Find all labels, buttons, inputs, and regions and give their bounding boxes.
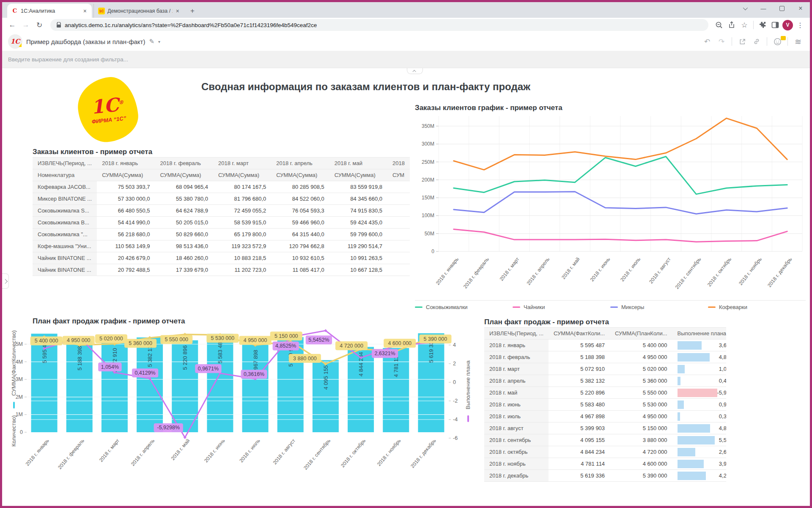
pct-inline-bar [678, 341, 702, 350]
sum-cell [387, 181, 410, 193]
1c-analytics-logo[interactable]: 1С [8, 34, 22, 49]
nomenclature-cell: Чайник BINATONE ... [33, 264, 97, 276]
tab-close-icon[interactable]: × [82, 8, 88, 14]
fact-cell: 5 072 910 [549, 363, 610, 375]
sum-cell: 54 414 990,0 [97, 217, 155, 229]
dashboard-main-title: Сводная информация по заказам клиентов и… [171, 81, 560, 93]
bar-value-label: 4 095 155 [323, 365, 329, 390]
filter-expression-input[interactable] [7, 56, 432, 63]
window-restore-button[interactable] [773, 2, 791, 15]
app-header: 1С Пример дашборда (заказы и план-факт) … [2, 32, 810, 51]
plan-execution-cell: 3,6201% [672, 340, 726, 351]
data-label-text: 5 360 000 [129, 340, 152, 346]
data-label-text: 4 950 000 [244, 337, 267, 343]
fact-cell: 4 095 155 [549, 434, 610, 446]
copy-link-icon[interactable] [751, 38, 763, 45]
forward-icon[interactable]: → [20, 21, 32, 29]
redo-icon[interactable]: ↷ [716, 37, 727, 46]
tab-1c-analytics[interactable]: C 1С:Аналитика × [7, 4, 92, 18]
fact-cell: 5 188 398 [549, 351, 610, 363]
pct-inline-bar [678, 436, 715, 444]
address-bar[interactable]: analytics.demo.1c.ru/analytics/ans?state… [50, 19, 708, 31]
title-dropdown-caret-icon[interactable]: ▾ [158, 39, 160, 44]
side-panel-icon[interactable] [770, 21, 781, 29]
fact-cell: 4 844 234 [549, 446, 610, 458]
browser-menu-dots-icon[interactable]: ⋮ [795, 21, 806, 29]
plan-execution-cell: 4,2548% [672, 470, 726, 482]
x-tick-label: 2018 г. апрель [130, 438, 156, 467]
right-y-tick-label: 0 [453, 379, 456, 385]
reload-icon[interactable]: ↻ [33, 21, 45, 30]
undo-icon[interactable]: ↶ [701, 37, 713, 46]
pct-value: 4,2548% [719, 472, 726, 479]
collapse-filter-pill[interactable] [407, 68, 423, 74]
table-row: 2018 г. август5 399 9035 150 0004,8525% [484, 422, 726, 434]
edit-pencil-icon[interactable]: ✎ [149, 38, 154, 45]
sum-cell: 74 915 830,5 [329, 205, 387, 217]
sum-cell: 119 290 514,7 [329, 240, 387, 252]
orders-line-chart[interactable]: 050M100M150M200M250M300M350M2018 г. янва… [415, 109, 806, 298]
period-cell: 2018 г. август [484, 422, 549, 434]
sum-cell: 110 563 149,9 [97, 240, 155, 252]
plan-cell: 5 020 000 [610, 363, 672, 375]
sum-cell: 18 460 260,0 [155, 252, 213, 264]
sum-cell: 17 339 679,0 [155, 264, 213, 276]
table-header-row: ИЗВЛЕЧЬ(Период, ...2018 г. январь2018 г.… [33, 157, 410, 169]
window-close-button[interactable]: × [791, 2, 810, 15]
waves-menu-icon[interactable]: ≋ [792, 37, 804, 47]
x-tick-label: 2018 г. август [272, 438, 296, 466]
legend-item[interactable]: Миксеры [610, 304, 708, 310]
sum-cell: 81 796 680,0 [213, 193, 271, 205]
plan-execution-cell: 4,8161% [672, 351, 726, 363]
back-icon[interactable]: ← [6, 21, 18, 29]
tab-demo-base[interactable]: 1С Демонстрационная база / 1С:ER × [93, 4, 184, 18]
notification-badge [781, 36, 786, 40]
fact-cell: 5 399 903 [549, 422, 610, 434]
bookmark-star-icon[interactable]: ☆ [739, 21, 750, 30]
sum-cell: 80 174 167,5 [213, 181, 271, 193]
sum-cell [387, 217, 410, 229]
nomenclature-cell: Миксер BINATONE ... [33, 193, 97, 205]
x-tick-label: 2018 г. ноябрь [376, 438, 402, 467]
planfact-bar-chart[interactable]: 01M2M3M4M5M420-2-4-65 595 4875 188 3985 … [2, 326, 463, 491]
pct-value: 3,9373% [719, 461, 726, 467]
app-toolbar: ↶ ↷ ≋ [701, 37, 804, 47]
x-tick-label: 2018 г. декабрь [409, 438, 437, 469]
new-tab-button[interactable]: + [184, 7, 200, 18]
sum-cell [387, 240, 410, 252]
profile-avatar[interactable]: V [782, 20, 793, 30]
x-tick-label: 2018 г. февраль [462, 256, 490, 290]
open-external-icon[interactable] [736, 38, 748, 45]
legend-item[interactable]: Чайники [513, 304, 610, 310]
left-y-tick-label: 4M [16, 359, 23, 365]
zoom-icon[interactable] [713, 21, 724, 29]
bar-value-label: 5 220 896 [182, 345, 188, 370]
period-cell: 2018 г. июль [484, 411, 549, 422]
sum-cell: 56 218 680,0 [97, 229, 155, 240]
plan-cell: 5 400 000 [610, 340, 672, 351]
tab-close-icon[interactable]: × [175, 8, 180, 14]
planfact-table-title: План факт продаж - пример отчета [484, 318, 609, 326]
share-icon[interactable] [726, 21, 737, 29]
window-menu-chevron-icon[interactable] [735, 2, 754, 15]
pct-value: 0,3616% [719, 413, 726, 420]
x-tick-label: 2018 г. апрель [526, 256, 551, 286]
month-header: 2018 г. апрель [271, 157, 329, 169]
window-controls: — × [735, 2, 810, 15]
window-minimize-button[interactable]: — [754, 2, 773, 15]
sum-cell: 72 459 055,2 [213, 205, 271, 217]
legend-item[interactable]: Соковыжималки [415, 304, 513, 310]
pct-inline-bar [678, 377, 680, 385]
y-tick-label: 50M [425, 231, 434, 237]
left-panel-expander[interactable] [2, 273, 9, 289]
data-label-text: 4 720 000 [340, 343, 363, 349]
sum-cell: 119 323 572,9 [213, 240, 271, 252]
legend-swatch-icon [708, 306, 716, 308]
extensions-puzzle-icon[interactable] [757, 21, 768, 29]
plan-cell: 4 950 000 [610, 351, 672, 363]
legend-item[interactable]: Кофеварки [708, 304, 806, 310]
bar-value-label: 5 188 398 [77, 346, 83, 370]
y-tick-label: 100M [422, 213, 434, 218]
feedback-smiley-icon[interactable] [771, 38, 783, 46]
value-subheader: СУММА(Сумма) [213, 169, 271, 181]
